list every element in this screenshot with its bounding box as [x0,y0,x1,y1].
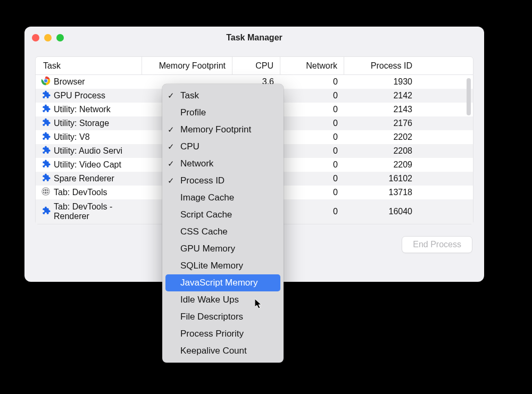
task-label: Spare Renderer [54,174,114,183]
end-process-button[interactable]: End Process [402,236,472,253]
table-header: Task Memory Footprint CPU Network Proces… [36,57,473,75]
context-menu-label: Image Cache [180,192,234,203]
cell-task: Utility: Video Capt [36,159,142,171]
puzzle-icon [41,145,51,157]
cell-pid: 2202 [344,132,419,142]
context-menu-label: Memory Footprint [180,124,251,135]
task-label: Utility: Audio Servi [54,146,122,156]
traffic-lights [32,34,64,41]
task-label: Tab: DevTools - Renderer [54,202,136,222]
cell-task: Utility: Network [36,104,142,115]
context-menu-item[interactable]: JavaScript Memory [165,274,280,291]
cell-pid: 16102 [344,174,419,183]
context-menu-label: File Descriptors [180,312,243,322]
puzzle-icon [41,90,51,102]
context-menu-item[interactable]: ✓Task [162,87,284,104]
cell-network: 0 [280,146,344,156]
context-menu-item[interactable]: ✓CPU [162,138,284,155]
puzzle-icon [41,173,51,185]
cell-task: Utility: Audio Servi [36,145,142,157]
context-menu-item[interactable]: GPU Memory [162,240,284,257]
scrollbar[interactable] [467,78,471,115]
context-menu-item[interactable]: ✓Process ID [162,172,284,189]
chrome-icon [41,76,51,88]
checkmark-icon: ✓ [168,176,177,186]
puzzle-icon [41,104,51,115]
checkmark-icon: ✓ [168,125,177,135]
context-menu-item[interactable]: File Descriptors [162,308,284,325]
cell-network: 0 [280,207,344,216]
cell-network: 0 [280,188,344,197]
context-menu-label: Process ID [180,175,225,186]
column-header-cpu[interactable]: CPU [232,57,280,74]
context-menu-item[interactable]: Profile [162,104,284,121]
context-menu-label: Process Priority [180,329,244,339]
context-menu-item[interactable]: Process Priority [162,325,284,342]
task-label: Tab: DevTools [54,188,107,197]
cell-network: 0 [280,105,344,114]
checkmark-icon: ✓ [168,159,177,169]
context-menu-label: Keepalive Count [180,346,247,356]
cell-task: Tab: DevTools [36,187,142,198]
checkmark-icon: ✓ [168,142,177,152]
cell-pid: 13718 [344,188,419,197]
puzzle-icon [41,206,51,217]
context-menu-label: Network [180,158,213,169]
context-menu-label: JavaScript Memory [180,278,257,288]
context-menu-item[interactable]: Idle Wake Ups [162,291,284,308]
context-menu-item[interactable]: CSS Cache [162,223,284,240]
cell-network: 0 [280,132,344,142]
cell-task: Tab: DevTools - Renderer [36,202,142,222]
column-header-task[interactable]: Task [36,57,142,74]
cell-network: 0 [280,119,344,128]
cell-pid: 2143 [344,105,419,114]
cell-task: Utility: V8 [36,131,142,143]
task-label: Utility: Video Capt [54,160,121,170]
context-menu-label: GPU Memory [180,244,235,254]
column-header-network[interactable]: Network [280,57,344,74]
checkmark-icon: ✓ [168,91,177,100]
column-header-memory[interactable]: Memory Footprint [142,57,232,74]
cell-pid: 16040 [344,207,419,216]
context-menu-label: Script Cache [180,209,232,220]
column-header-pid[interactable]: Process ID [344,57,419,74]
cell-task: Browser [36,76,142,88]
context-menu-label: CPU [180,141,200,152]
context-menu-item[interactable]: Script Cache [162,206,284,223]
context-menu-item[interactable]: ✓Network [162,155,284,172]
cell-task: GPU Process [36,90,142,102]
context-menu-label: CSS Cache [180,227,228,237]
task-label: Utility: V8 [54,132,90,142]
cell-pid: 2176 [344,119,419,128]
window-maximize-button[interactable] [56,34,64,41]
context-menu-item[interactable]: Keepalive Count [162,342,284,359]
window-minimize-button[interactable] [44,34,52,41]
context-menu-item[interactable]: Image Cache [162,189,284,206]
context-menu-label: Idle Wake Ups [180,295,239,305]
task-label: Utility: Network [54,105,111,114]
puzzle-icon [41,118,51,129]
window-close-button[interactable] [32,34,39,41]
context-menu-label: Task [180,90,199,101]
cell-network: 0 [280,174,344,183]
cell-network: 0 [280,77,344,87]
puzzle-icon [41,159,51,171]
cell-pid: 2209 [344,160,419,170]
window-title: Task Manager [24,33,484,43]
context-menu-item[interactable]: SQLite Memory [162,257,284,274]
cell-network: 0 [280,91,344,100]
context-menu-label: SQLite Memory [180,261,243,271]
context-menu-label: Profile [180,107,206,118]
task-label: GPU Process [54,91,105,100]
cell-pid: 2142 [344,91,419,100]
cell-task: Utility: Storage [36,118,142,129]
globe-icon [41,187,51,198]
cell-pid: 1930 [344,77,419,87]
cell-network: 0 [280,160,344,170]
titlebar: Task Manager [24,27,484,49]
task-label: Browser [54,77,85,87]
context-menu-item[interactable]: ✓Memory Footprint [162,121,284,138]
puzzle-icon [41,131,51,143]
cell-task: Spare Renderer [36,173,142,185]
columns-context-menu: ✓TaskProfile✓Memory Footprint✓CPU✓Networ… [162,84,284,363]
